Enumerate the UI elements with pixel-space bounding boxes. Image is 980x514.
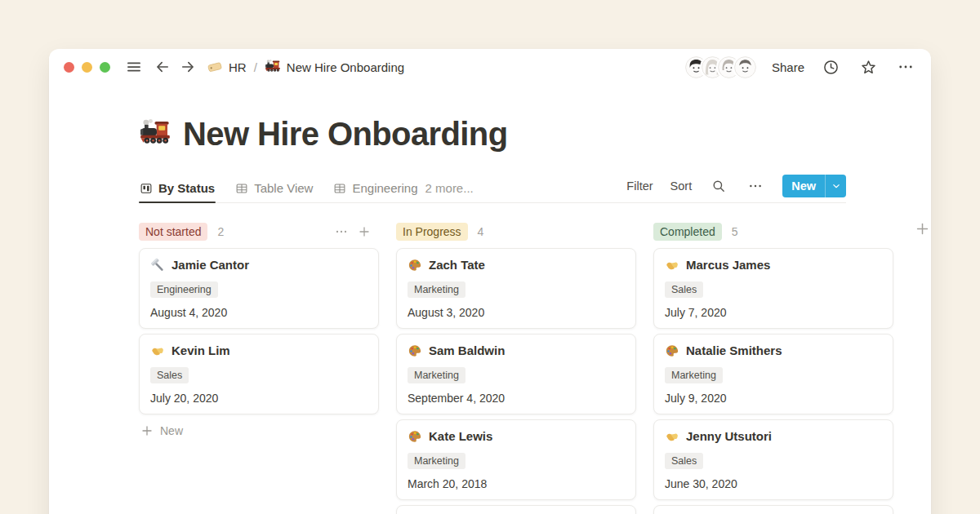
breadcrumb-current-label: New Hire Onboarding [287, 60, 404, 74]
add-card-button[interactable] [356, 224, 372, 240]
filter-button[interactable]: Filter [626, 178, 653, 194]
add-column-button[interactable] [915, 221, 930, 237]
department-badge: Marketing [665, 367, 723, 383]
sidebar-menu-button[interactable] [123, 56, 145, 78]
board-column-in-progress: In Progress4Zach TateMarketingAugust 3, … [396, 222, 636, 514]
palette-icon [408, 258, 422, 273]
page-more-button[interactable] [895, 56, 916, 78]
status-badge[interactable]: Not started [139, 223, 207, 241]
table-view-icon [235, 182, 248, 195]
column-count: 5 [732, 225, 738, 238]
train-icon [265, 59, 281, 75]
board-card-kate-lewis[interactable]: Kate LewisMarketingMarch 20, 2018 [396, 419, 636, 500]
search-button[interactable] [709, 176, 728, 196]
card-name: Marcus James [686, 257, 770, 273]
sort-button[interactable]: Sort [670, 178, 693, 194]
board-card-natalie-smithers[interactable]: Natalie SmithersMarketingJuly 9, 2020 [653, 334, 893, 414]
tab-label: Engineering [352, 181, 417, 195]
column-header: Completed5 [653, 222, 893, 241]
breadcrumb-parent[interactable]: HR [207, 59, 247, 75]
column-header: In Progress4 [396, 222, 636, 241]
new-card-button[interactable]: New [139, 419, 185, 442]
tag-icon [207, 59, 223, 75]
share-button[interactable]: Share [772, 59, 804, 76]
minimize-window-button[interactable] [82, 62, 92, 73]
view-more-button[interactable] [746, 176, 765, 196]
start-date: September 4, 2020 [408, 391, 625, 405]
start-date: July 7, 2020 [665, 305, 882, 320]
tab-by-status[interactable]: By Status [139, 175, 216, 202]
zoom-window-button[interactable] [100, 62, 110, 73]
palette-icon [408, 343, 422, 358]
column-count: 4 [478, 225, 484, 238]
back-button[interactable] [152, 56, 173, 78]
department-badge: Marketing [408, 453, 466, 469]
updates-button[interactable] [820, 56, 842, 78]
titlebar: HR / New Hire Onboarding Share [49, 49, 931, 85]
train-icon [139, 117, 172, 150]
page-content: New Hire Onboarding By StatusTable ViewE… [49, 85, 931, 514]
board-card-kevin-lim[interactable]: Kevin LimSalesJuly 20, 2020 [139, 334, 379, 414]
status-badge[interactable]: In Progress [396, 223, 468, 241]
start-date: August 4, 2020 [150, 305, 368, 320]
collaborator-avatars[interactable] [685, 56, 756, 78]
breadcrumb: HR / New Hire Onboarding [207, 59, 404, 75]
hammer-icon [150, 258, 165, 273]
board-card-matt-valdez[interactable]: Matt Valdez [653, 505, 893, 514]
more-views-button[interactable]: 2 more... [421, 180, 479, 202]
arrow-right-icon [180, 59, 196, 75]
new-split-button: New [782, 175, 846, 197]
forward-button[interactable] [177, 56, 198, 78]
department-badge: Engineering [150, 281, 218, 298]
search-icon [711, 179, 726, 193]
favorite-button[interactable] [858, 56, 880, 78]
start-date: July 20, 2020 [150, 391, 368, 405]
status-badge[interactable]: Completed [653, 223, 722, 241]
handshake-icon [665, 429, 679, 444]
board-card-sam-baldwin[interactable]: Sam BaldwinMarketingSeptember 4, 2020 [396, 334, 636, 414]
kanban-board: Not started2Jamie CantorEngineeringAugus… [139, 222, 931, 514]
new-dropdown-button[interactable] [825, 175, 846, 197]
department-badge: Marketing [408, 367, 466, 383]
view-toolbar: By StatusTable ViewEngineering 2 more...… [139, 171, 846, 203]
card-name: Sam Baldwin [429, 343, 505, 359]
close-window-button[interactable] [64, 62, 74, 73]
card-name: Zach Tate [429, 257, 485, 273]
avatar[interactable] [734, 56, 756, 78]
new-button[interactable]: New [782, 175, 825, 197]
board-card-marcus-james[interactable]: Marcus JamesSalesJuly 7, 2020 [653, 248, 893, 329]
palette-icon [665, 343, 679, 358]
start-date: March 20, 2018 [408, 476, 625, 491]
card-name: Natalie Smithers [686, 343, 782, 359]
app-window: HR / New Hire Onboarding Share [49, 49, 931, 514]
board-card-zach-tate[interactable]: Zach TateMarketingAugust 3, 2020 [396, 248, 636, 329]
ellipsis-icon [898, 59, 914, 75]
column-more-button[interactable] [333, 224, 350, 240]
new-card-label: New [160, 424, 183, 437]
tab-table-view[interactable]: Table View [234, 175, 314, 202]
start-date: August 3, 2020 [408, 305, 625, 320]
tab-label: Table View [254, 181, 313, 195]
breadcrumb-parent-label: HR [229, 60, 247, 74]
breadcrumb-current[interactable]: New Hire Onboarding [265, 59, 404, 75]
board-card-shawn-hart[interactable]: Shawn Hart [396, 505, 636, 514]
column-header: Not started2 [139, 222, 379, 241]
board-column-not-started: Not started2Jamie CantorEngineeringAugus… [139, 222, 379, 514]
titlebar-right: Share [685, 56, 916, 78]
table-view-icon [333, 182, 346, 195]
handshake-icon [665, 258, 679, 273]
plus-icon [915, 221, 930, 237]
tab-engineering[interactable]: Engineering [332, 175, 418, 202]
star-icon [860, 59, 877, 76]
board-card-jenny-utsutori[interactable]: Jenny UtsutoriSalesJune 30, 2020 [653, 419, 893, 500]
board-view-icon [140, 182, 153, 195]
plus-icon [358, 225, 371, 238]
card-name: Jamie Cantor [172, 257, 249, 273]
breadcrumb-separator: / [254, 60, 257, 74]
board-card-jamie-cantor[interactable]: Jamie CantorEngineeringAugust 4, 2020 [139, 248, 379, 329]
avatar-face-icon [734, 56, 756, 78]
ellipsis-icon [335, 225, 348, 238]
card-name: Kevin Lim [172, 343, 230, 359]
plus-icon [140, 424, 154, 437]
chevron-down-icon [831, 180, 842, 192]
